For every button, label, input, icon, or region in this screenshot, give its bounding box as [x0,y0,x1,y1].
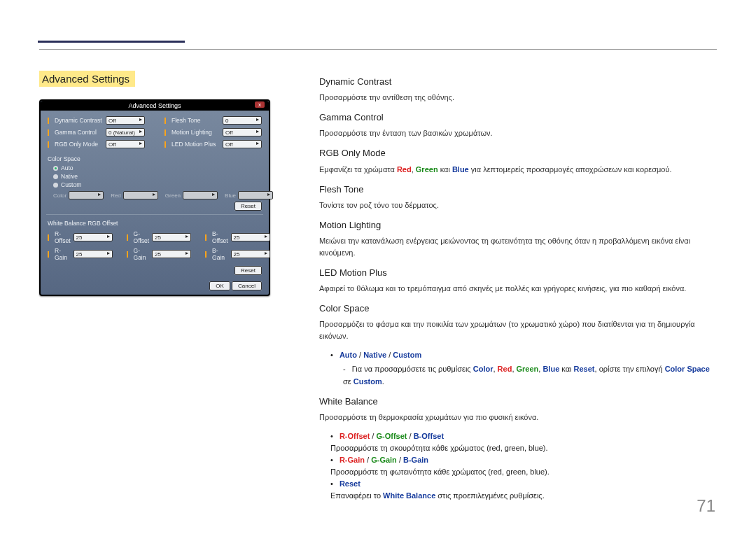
row-rgb-only: RGB Only Mode Off [48,140,145,148]
select-flesh-tone[interactable]: 0 [223,116,262,125]
label-blue: Blue [225,192,236,199]
osd-screenshot: Advanced Settings x Dynamic Contrast Off [39,99,270,296]
cs-auto: Auto [340,351,357,359]
select-rgb-only[interactable]: Off [106,140,145,148]
bullet-icon [48,234,49,241]
header-rule-thick [38,41,185,43]
wb-col-2: G-Offset 25 G-Gain 25 [127,230,192,264]
rgb-pre: Εμφανίζει τα χρώματα [319,165,397,174]
text-rgb-only: Εμφανίζει τα χρώματα Red, Green και Blue… [319,164,717,176]
sub-item-1: Για να προσαρμόσετε τις ρυθμίσεις Color,… [343,363,717,387]
sub-blue: Blue [542,365,559,373]
heading-rgb-only: RGB Only Mode [319,146,717,160]
radio-icon [53,174,58,179]
select-green[interactable] [183,191,218,199]
text-flesh-tone: Τονίστε τον ροζ τόνο του δέρματος. [319,199,717,211]
color-space-heading: Color Space [48,155,262,162]
osd-title: Advanced Settings [128,102,181,109]
label-color: Color [53,192,66,199]
rgb-post: για λεπτομερείς προσαρμογές αποχρώσεων κ… [469,165,672,174]
bullet-icon [48,141,49,148]
select-motion-lighting[interactable]: Off [223,128,262,136]
row-led-motion-plus: LED Motion Plus Off [164,140,262,148]
wb-gains-text: Προσαρμόστε τη φωτεινότητα κάθε χρώματος… [330,466,717,478]
select-r-gain[interactable]: 25 [74,250,113,258]
section-title: Advanced Settings [39,71,135,87]
wb-b-offset: B-Offset [414,432,444,440]
wb-reset-wb: White Balance [383,491,435,500]
row-g-gain: G-Gain 25 [127,247,192,261]
label-g-offset: G-Offset [134,230,150,244]
row-gamma-control: Gamma Control 0 (Natural) [48,128,145,136]
radio-auto[interactable]: Auto [53,164,262,171]
two-column-layout: Advanced Settings Advanced Settings x Dy… [39,71,717,509]
text-led-motion-plus: Αφαιρεί το θόλωμα και το τρεμόπαιγμα από… [319,283,717,295]
wb-col-1: R-Offset 25 R-Gain 25 [48,230,113,264]
select-r-offset[interactable]: 25 [74,233,113,241]
sep: / [397,456,403,464]
select-g-gain[interactable]: 25 [152,250,191,258]
bullet-icon [48,251,49,258]
radio-custom[interactable]: Custom [53,181,262,188]
bullet-icon [164,118,166,124]
label-led-motion-plus: LED Motion Plus [172,141,220,148]
select-b-gain[interactable]: 25 [231,250,270,258]
select-b-offset[interactable]: 25 [231,233,270,241]
wb-r-gain: R-Gain [340,456,365,464]
bullet-icon [48,118,49,124]
osd-footer: OK Cancel [41,278,269,295]
label-b-offset: B-Offset [212,230,228,244]
close-icon[interactable]: x [255,101,265,108]
select-led-motion-plus[interactable]: Off [223,140,262,148]
wb-col-3: B-Offset 25 B-Gain 25 [205,230,270,264]
text-motion-lighting: Μειώνει την κατανάλωση ενέργειας μειώνον… [319,235,717,259]
bullet-icon [127,234,128,241]
color-picker-color: Color [53,191,104,199]
row-r-gain: R-Gain 25 [48,247,113,261]
label-r-gain: R-Gain [55,247,71,261]
sub-pre: Για να προσαρμόσετε τις ρυθμίσεις [352,365,473,373]
select-red[interactable] [123,191,158,199]
cancel-button[interactable]: Cancel [232,281,262,290]
rgb-blue: Blue [452,165,469,174]
radio-native[interactable]: Native [53,173,262,180]
select-dynamic-contrast[interactable]: Off [106,116,145,125]
heading-flesh-tone: Flesh Tone [319,183,717,197]
sep: / [365,456,371,464]
select-blue[interactable] [238,191,273,199]
ok-button[interactable]: OK [209,281,230,290]
radio-label-auto: Auto [61,164,74,171]
select-g-offset[interactable]: 25 [152,233,191,241]
wb-heading: White Balance RGB Offset [48,220,262,227]
color-picker-blue: Blue [225,191,273,199]
wb-reset: Reset [340,479,360,488]
osd-col-a: Dynamic Contrast Off Gamma Control 0 (Na… [48,116,145,152]
row-motion-lighting: Motion Lighting Off [164,128,262,136]
select-gamma-control[interactable]: 0 (Natural) [106,128,145,136]
radio-label-custom: Custom [61,181,81,188]
label-green: Green [165,192,181,199]
row-r-offset: R-Offset 25 [48,230,113,244]
radio-icon [53,166,58,171]
label-gamma-control: Gamma Control [55,129,103,136]
left-column: Advanced Settings Advanced Settings x Dy… [39,71,277,509]
wb-grid: R-Offset 25 R-Gain 25 [48,230,262,264]
text-white-balance: Προσαρμόστε τη θερμοκρασία χρωμάτων για … [319,412,717,423]
reset-row-1: Reset [48,202,262,209]
heading-gamma-control: Gamma Control [319,111,717,125]
wb-b-gain: B-Gain [403,456,428,464]
reset-button-2[interactable]: Reset [234,266,262,275]
sub-mid2: σε [343,377,354,386]
row-g-offset: G-Offset 25 [127,230,192,244]
osd-col-b: Flesh Tone 0 Motion Lighting Off LED Mot… [164,116,262,152]
rgb-red: Red [397,165,412,174]
rgb-green: Green [416,165,438,174]
select-color[interactable] [69,191,104,199]
reset-button[interactable]: Reset [234,202,262,211]
sub-reset: Reset [574,365,595,373]
sub-custom: Custom [354,377,382,386]
heading-dynamic-contrast: Dynamic Contrast [319,75,717,89]
bullet-icon [164,141,166,148]
radio-label-native: Native [61,173,78,180]
bullet-auto-native-custom: Auto / Native / Custom Για να προσαρμόσε… [330,349,717,387]
